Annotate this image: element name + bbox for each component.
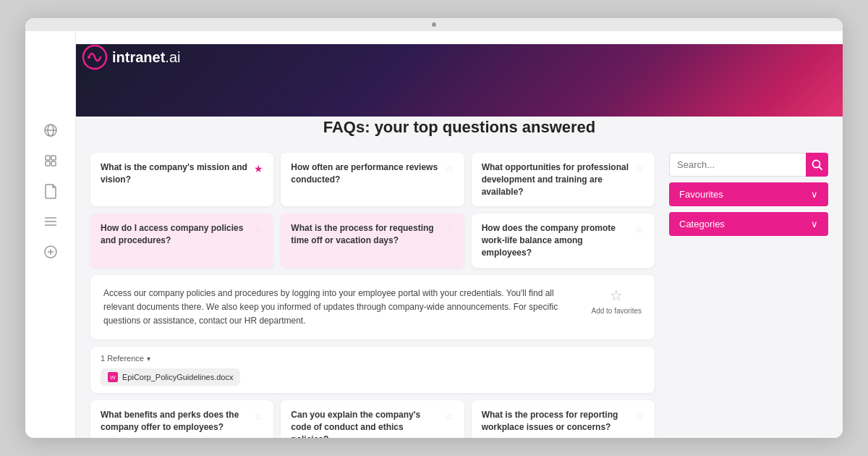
star-icon[interactable]: ☆ bbox=[635, 224, 644, 235]
favourites-label: Favourites bbox=[679, 189, 723, 200]
faq-grid-area: What is the company's mission and vision… bbox=[90, 153, 655, 438]
star-icon[interactable]: ☆ bbox=[445, 224, 454, 235]
right-sidebar: Favourites ∨ Categories ∨ bbox=[669, 153, 828, 438]
faq-card-3-3[interactable]: What is the process for reporting workpl… bbox=[472, 400, 655, 438]
add-circle-icon bbox=[43, 245, 58, 259]
svg-point-1 bbox=[88, 56, 90, 59]
star-icon[interactable]: ☆ bbox=[254, 224, 263, 235]
answer-box: Access our company policies and procedur… bbox=[90, 275, 655, 340]
faq-card-3-2[interactable]: Can you explain the company's code of co… bbox=[281, 400, 464, 438]
faq-card-text: How does the company promote work-life b… bbox=[482, 222, 635, 258]
faq-card-1-3[interactable]: What opportunities for professional deve… bbox=[472, 153, 655, 206]
search-input[interactable] bbox=[669, 153, 806, 177]
page-title: FAQs: your top questions answered bbox=[90, 118, 828, 137]
reference-bar: 1 Reference ▾ W EpiCorp_PolicyGuidelines… bbox=[90, 347, 655, 393]
main-content: FAQs: your top questions answered What i… bbox=[76, 104, 843, 438]
answer-text: Access our company policies and procedur… bbox=[103, 287, 583, 329]
faq-card-text: What is the process for requesting time … bbox=[291, 222, 444, 247]
reference-file[interactable]: W EpiCorp_PolicyGuidelines.docx bbox=[101, 368, 240, 386]
search-bar bbox=[669, 153, 828, 177]
add-favorites-star-icon: ☆ bbox=[610, 287, 623, 304]
star-icon[interactable]: ☆ bbox=[254, 410, 263, 422]
star-icon[interactable]: ☆ bbox=[445, 163, 454, 174]
faq-card-2-3[interactable]: How does the company promote work-life b… bbox=[472, 214, 655, 267]
reference-toggle-label: 1 Reference bbox=[101, 354, 144, 363]
search-button[interactable] bbox=[806, 153, 828, 177]
faq-card-text: What opportunities for professional deve… bbox=[482, 161, 635, 198]
faq-card-2-1[interactable]: How do I access company policies and pro… bbox=[90, 214, 273, 267]
favourites-button[interactable]: Favourites ∨ bbox=[669, 182, 828, 206]
header-banner bbox=[76, 44, 843, 117]
faq-card-3-1[interactable]: What benefits and perks does the company… bbox=[90, 400, 273, 438]
star-icon[interactable]: ☆ bbox=[635, 410, 644, 422]
svg-rect-6 bbox=[51, 156, 56, 160]
faq-row-3: What benefits and perks does the company… bbox=[90, 400, 655, 438]
logo-area: intranet.ai bbox=[82, 44, 180, 70]
add-favorites[interactable]: ☆ Add to favorites bbox=[592, 287, 642, 315]
faq-card-text: How do I access company policies and pro… bbox=[101, 222, 254, 247]
reference-toggle[interactable]: 1 Reference ▾ bbox=[101, 354, 644, 363]
favourites-chevron-icon: ∨ bbox=[811, 189, 818, 200]
faq-row-1: What is the company's mission and vision… bbox=[90, 153, 655, 206]
add-favorites-label: Add to favorites bbox=[592, 307, 642, 315]
sidebar-item-add[interactable] bbox=[43, 244, 59, 260]
faq-card-1-1[interactable]: What is the company's mission and vision… bbox=[90, 153, 273, 206]
logo-icon bbox=[82, 44, 108, 70]
faq-card-text: How often are performance reviews conduc… bbox=[291, 161, 444, 186]
browser-chrome bbox=[25, 18, 843, 31]
sidebar-nav bbox=[43, 43, 59, 260]
star-icon[interactable]: ☆ bbox=[445, 410, 454, 422]
svg-rect-5 bbox=[46, 156, 50, 160]
faq-card-text: What is the process for reporting workpl… bbox=[482, 409, 635, 434]
grid-icon bbox=[43, 153, 58, 168]
sidebar bbox=[25, 31, 76, 438]
faq-card-text: What is the company's mission and vision… bbox=[101, 161, 254, 186]
content-layout: What is the company's mission and vision… bbox=[90, 153, 828, 438]
file-doc-icon: W bbox=[108, 372, 118, 382]
star-icon-filled[interactable]: ★ bbox=[254, 163, 263, 174]
svg-rect-8 bbox=[51, 161, 56, 166]
sidebar-item-document[interactable] bbox=[43, 183, 59, 199]
faq-card-text: Can you explain the company's code of co… bbox=[291, 409, 444, 438]
svg-rect-7 bbox=[46, 161, 50, 166]
document-icon bbox=[44, 183, 57, 199]
faq-card-1-2[interactable]: How often are performance reviews conduc… bbox=[281, 153, 464, 206]
sidebar-item-globe[interactable] bbox=[43, 122, 59, 138]
logo-text: intranet.ai bbox=[112, 49, 180, 66]
svg-line-16 bbox=[819, 166, 822, 169]
categories-button[interactable]: Categories ∨ bbox=[669, 212, 828, 236]
faq-card-2-2[interactable]: What is the process for requesting time … bbox=[281, 214, 464, 267]
search-icon bbox=[812, 159, 823, 171]
faq-card-text: What benefits and perks does the company… bbox=[101, 409, 254, 434]
browser-dot bbox=[432, 22, 436, 27]
categories-label: Categories bbox=[679, 219, 725, 229]
menu-icon bbox=[43, 216, 58, 227]
globe-icon bbox=[43, 123, 58, 138]
categories-chevron-icon: ∨ bbox=[811, 219, 818, 229]
faq-row-2: How do I access company policies and pro… bbox=[90, 214, 655, 267]
sidebar-item-menu[interactable] bbox=[43, 214, 59, 229]
star-icon[interactable]: ☆ bbox=[635, 163, 644, 174]
reference-filename: EpiCorp_PolicyGuidelines.docx bbox=[122, 373, 233, 381]
sidebar-item-grid[interactable] bbox=[43, 153, 59, 169]
chevron-down-icon: ▾ bbox=[147, 355, 150, 363]
